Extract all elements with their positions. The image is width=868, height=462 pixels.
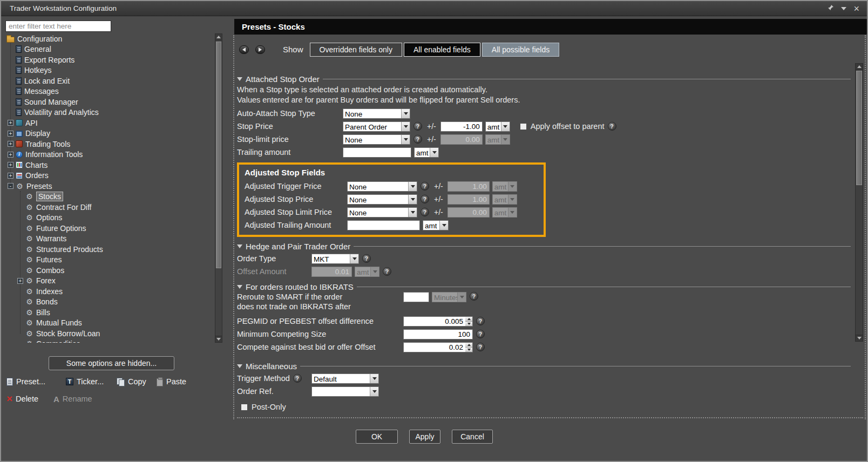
tree-item-future-options[interactable]: ⚙Future Options (4, 223, 214, 234)
tree-item-api[interactable]: +API (4, 118, 214, 128)
nav-forward-button[interactable] (255, 45, 265, 54)
titlebar[interactable]: Trader Workstation Configuration × (1, 1, 867, 16)
scrollbar-thumb[interactable] (216, 42, 221, 268)
adjusted-stop-limit-price-select[interactable]: None (347, 207, 417, 218)
compete-offset-spinner[interactable] (403, 342, 473, 352)
expand-icon[interactable]: + (8, 131, 13, 137)
stop-price-type-select[interactable]: Parent Order (343, 121, 410, 132)
tree-item-general[interactable]: General (4, 44, 214, 55)
tree-item-sound-manager[interactable]: Sound Manager (4, 97, 214, 107)
help-icon[interactable]: ? (362, 254, 371, 263)
tree-item-information-tools[interactable]: +iInformation Tools (4, 150, 214, 160)
tree-item-contract-for-diff[interactable]: ⚙Contract For Diff (4, 202, 214, 213)
delete-button[interactable]: × Delete (6, 393, 38, 405)
tree-item-warrants[interactable]: ⚙Warrants (4, 234, 214, 244)
scroll-down-icon[interactable] (856, 335, 863, 341)
stop-price-offset-input[interactable] (440, 121, 483, 132)
collapse-triangle-icon[interactable] (237, 244, 242, 248)
preset-button[interactable]: Preset... (6, 376, 45, 388)
trailing-amount-input[interactable] (343, 147, 411, 158)
adjusted-trigger-price-select[interactable]: None (347, 181, 417, 192)
options-hidden-button[interactable]: Some options are hidden... (49, 356, 174, 370)
adjusted-trailing-amount-input[interactable] (347, 220, 420, 230)
collapse-triangle-icon[interactable] (237, 364, 242, 368)
spin-up-icon[interactable] (465, 343, 472, 348)
expand-icon[interactable]: + (8, 162, 13, 168)
apply-button[interactable]: Apply (409, 430, 440, 444)
post-only-checkbox[interactable] (241, 404, 248, 411)
help-icon[interactable]: ? (293, 374, 302, 383)
help-icon[interactable]: ? (413, 135, 422, 144)
help-icon[interactable]: ? (413, 122, 422, 131)
panel-splitter[interactable] (233, 35, 234, 419)
expand-icon[interactable]: + (8, 120, 13, 126)
order-type-select[interactable]: MKT (311, 254, 359, 264)
tree-item-volatility-and-analytics[interactable]: Volatility and Analytics (4, 107, 214, 118)
tree-item-display[interactable]: +Display (4, 128, 214, 139)
spin-down-icon[interactable] (465, 348, 472, 352)
reroute-minutes-input[interactable] (403, 292, 429, 302)
tree-item-export-reports[interactable]: Export Reports (4, 55, 214, 65)
tree-item-presets[interactable]: -⚙Presets (4, 181, 214, 192)
scroll-up-icon[interactable] (215, 34, 222, 40)
help-icon[interactable]: ? (608, 122, 616, 131)
ticker-button[interactable]: T Ticker... (66, 376, 104, 388)
expand-icon[interactable]: + (8, 173, 13, 179)
expand-icon[interactable]: + (8, 152, 13, 158)
tree-item-lock-and-exit[interactable]: Lock and Exit (4, 76, 214, 86)
show-overridden-fields-button[interactable]: Overridden fields only (310, 43, 402, 57)
scroll-up-icon[interactable] (856, 64, 863, 70)
expand-icon[interactable]: + (17, 278, 23, 284)
help-icon[interactable]: ? (421, 195, 429, 203)
help-icon[interactable]: ? (476, 343, 485, 351)
tree-item-futures[interactable]: ⚙Futures (4, 255, 214, 266)
collapse-triangle-icon[interactable] (237, 285, 242, 289)
tree-item-messages[interactable]: Messages (4, 86, 214, 97)
help-icon[interactable]: ? (421, 182, 429, 191)
help-icon[interactable]: ? (470, 292, 478, 301)
tree-item-forex[interactable]: +⚙Forex (4, 276, 214, 287)
tree-item-bills[interactable]: ⚙Bills (4, 307, 214, 318)
order-ref-select[interactable] (311, 386, 379, 397)
tree-item-trading-tools[interactable]: +Trading Tools (4, 139, 214, 150)
spin-up-icon[interactable] (465, 317, 472, 322)
pegmid-offset-spinner[interactable] (403, 316, 473, 327)
tree-item-stock-borrow-loan[interactable]: ⚙Stock Borrow/Loan (4, 328, 214, 339)
tree-item-options[interactable]: ⚙Options (4, 213, 214, 223)
copy-button[interactable]: Copy (117, 376, 146, 388)
collapse-triangle-icon[interactable] (237, 77, 242, 81)
expand-icon[interactable]: + (8, 141, 13, 147)
apply-offset-to-parent-checkbox[interactable] (520, 123, 527, 130)
help-icon[interactable]: ? (476, 317, 485, 325)
tree-scrollbar[interactable] (215, 33, 222, 343)
close-icon[interactable]: × (853, 5, 859, 12)
adjusted-stop-price-select[interactable]: None (347, 194, 417, 205)
tree-item-structured-products[interactable]: ⚙Structured Products (4, 244, 214, 255)
minimum-competing-size-input[interactable] (403, 329, 473, 339)
compete-offset-input[interactable] (403, 342, 465, 352)
filter-input[interactable] (5, 21, 111, 32)
pin-icon[interactable] (828, 4, 834, 13)
trailing-amount-unit-select[interactable]: amt (414, 147, 439, 158)
stop-limit-type-select[interactable]: None (343, 134, 410, 145)
pegmid-offset-input[interactable] (403, 316, 465, 327)
ok-button[interactable]: OK (356, 430, 398, 444)
help-icon[interactable]: ? (476, 330, 485, 338)
spinner-buttons[interactable] (465, 316, 473, 327)
show-all-possible-fields-button[interactable]: All possible fields (482, 43, 559, 57)
adjusted-trailing-amount-unit-select[interactable]: amt (423, 220, 449, 230)
auto-attach-stop-type-select[interactable]: None (343, 108, 410, 119)
trigger-method-select[interactable]: Default (311, 373, 379, 384)
stop-price-unit-select[interactable]: amt (485, 121, 510, 132)
tree-item-commodities[interactable]: ⚙Commodities (4, 339, 214, 343)
tree-item-bonds[interactable]: ⚙Bonds (4, 297, 214, 308)
tree-item-configuration[interactable]: Configuration (4, 33, 214, 44)
collapse-icon[interactable]: - (8, 183, 13, 189)
tree-item-mutual-funds[interactable]: ⚙Mutual Funds (4, 318, 214, 329)
tree-item-stocks[interactable]: ⚙Stocks (4, 192, 214, 202)
scroll-down-icon[interactable] (215, 336, 222, 342)
show-all-enabled-fields-button[interactable]: All enabled fields (404, 43, 480, 57)
tree-item-charts[interactable]: +Charts (4, 160, 214, 171)
help-icon[interactable]: ? (421, 208, 429, 216)
tree-item-indexes[interactable]: ⚙Indexes (4, 286, 214, 297)
